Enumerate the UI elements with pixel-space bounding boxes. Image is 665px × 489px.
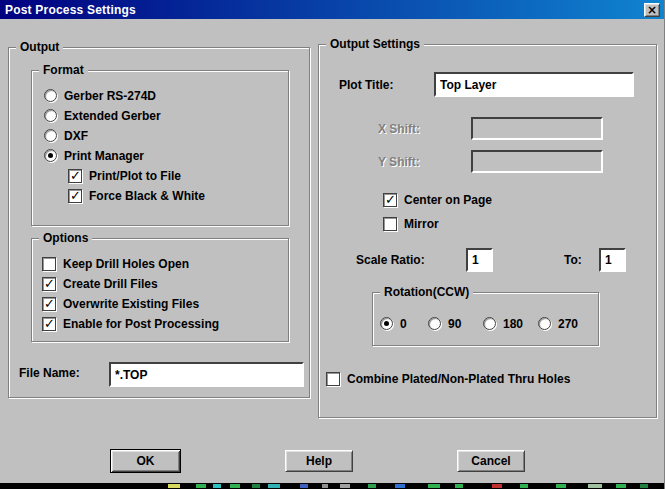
rotation-group: Rotation(CCW) 0 90 180 270 <box>372 292 599 346</box>
checkbox-label: Mirror <box>404 217 439 231</box>
radio-label: Print Manager <box>64 149 144 163</box>
plot-title-input[interactable] <box>434 72 634 97</box>
y-shift-label: Y Shift: <box>378 154 420 169</box>
window-title: Post Process Settings <box>0 3 136 17</box>
y-shift-input <box>471 150 603 173</box>
radio-label: 90 <box>448 317 461 331</box>
radio-circle-icon <box>483 317 496 330</box>
radio-circle-icon <box>44 149 57 162</box>
checkbox-label: Print/Plot to File <box>89 169 181 183</box>
radio-circle-icon <box>538 317 551 330</box>
checkbox-label: Center on Page <box>404 193 492 207</box>
output-settings-group-label: Output Settings <box>326 37 424 51</box>
x-shift-label: X Shift: <box>378 121 420 136</box>
checkbox-box-icon <box>68 169 82 183</box>
format-group: Format Gerber RS-274D Extended Gerber DX… <box>31 70 289 226</box>
ok-button[interactable]: OK <box>110 449 181 473</box>
checkbox-label: Force Black & White <box>89 189 205 203</box>
scale-ratio-label: Scale Ratio: <box>356 252 425 267</box>
scale-ratio-input-2[interactable] <box>599 248 626 272</box>
checkbox-keep-drill-holes-open[interactable]: Keep Drill Holes Open <box>42 256 189 271</box>
radio-rotation-90[interactable]: 90 <box>428 316 461 331</box>
checkbox-enable-post-processing[interactable]: Enable for Post Processing <box>42 316 219 331</box>
checkbox-box-icon <box>42 297 56 311</box>
checkbox-box-icon <box>42 257 56 271</box>
radio-gerber-rs274d[interactable]: Gerber RS-274D <box>44 88 156 103</box>
checkbox-label: Combine Plated/Non-Plated Thru Holes <box>347 372 570 386</box>
options-group-label: Options <box>39 231 92 245</box>
radio-print-manager[interactable]: Print Manager <box>44 148 144 163</box>
scale-ratio-to-label: To: <box>564 252 582 267</box>
checkbox-create-drill-files[interactable]: Create Drill Files <box>42 276 158 291</box>
format-group-label: Format <box>39 63 88 77</box>
radio-label: 0 <box>400 317 407 331</box>
title-bar: Post Process Settings <box>0 0 665 19</box>
checkbox-overwrite-existing-files[interactable]: Overwrite Existing Files <box>42 296 199 311</box>
file-name-label: File Name: <box>19 365 80 380</box>
radio-rotation-0[interactable]: 0 <box>380 316 407 331</box>
output-group-label: Output <box>16 40 63 54</box>
checkbox-box-icon <box>383 217 397 231</box>
close-icon: × <box>647 5 657 15</box>
checkbox-combine-plated[interactable]: Combine Plated/Non-Plated Thru Holes <box>326 371 570 386</box>
radio-label: 180 <box>503 317 523 331</box>
radio-label: 270 <box>558 317 578 331</box>
radio-circle-icon <box>44 129 57 142</box>
cancel-button[interactable]: Cancel <box>457 450 525 472</box>
checkbox-print-plot-to-file[interactable]: Print/Plot to File <box>68 168 181 183</box>
output-settings-group: Output Settings Plot Title: X Shift: Y S… <box>318 44 657 418</box>
radio-label: Extended Gerber <box>64 109 161 123</box>
checkbox-label: Keep Drill Holes Open <box>63 257 189 271</box>
radio-dxf[interactable]: DXF <box>44 128 88 143</box>
file-name-input[interactable] <box>109 362 304 387</box>
x-shift-input <box>471 117 603 140</box>
checkbox-box-icon <box>383 193 397 207</box>
checkbox-box-icon <box>326 372 340 386</box>
desktop-pixels <box>0 483 665 489</box>
radio-circle-icon <box>428 317 441 330</box>
checkbox-label: Overwrite Existing Files <box>63 297 199 311</box>
rotation-group-label: Rotation(CCW) <box>380 285 473 299</box>
checkbox-box-icon <box>68 189 82 203</box>
radio-label: DXF <box>64 129 88 143</box>
checkbox-force-black-white[interactable]: Force Black & White <box>68 188 205 203</box>
radio-rotation-180[interactable]: 180 <box>483 316 523 331</box>
help-button[interactable]: Help <box>285 450 353 472</box>
close-button[interactable]: × <box>644 3 660 17</box>
checkbox-mirror[interactable]: Mirror <box>383 216 439 231</box>
radio-label: Gerber RS-274D <box>64 89 156 103</box>
options-group: Options Keep Drill Holes Open Create Dri… <box>31 238 289 342</box>
checkbox-label: Enable for Post Processing <box>63 317 219 331</box>
radio-circle-icon <box>44 109 57 122</box>
radio-circle-icon <box>44 89 57 102</box>
plot-title-label: Plot Title: <box>339 77 393 92</box>
scale-ratio-input-1[interactable] <box>466 248 493 272</box>
checkbox-box-icon <box>42 277 56 291</box>
post-process-settings-dialog: Post Process Settings × Output Format Ge… <box>0 0 665 489</box>
radio-circle-icon <box>380 317 393 330</box>
checkbox-box-icon <box>42 317 56 331</box>
radio-extended-gerber[interactable]: Extended Gerber <box>44 108 161 123</box>
output-group: Output Format Gerber RS-274D Extended Ge… <box>8 47 310 398</box>
checkbox-label: Create Drill Files <box>63 277 158 291</box>
radio-rotation-270[interactable]: 270 <box>538 316 578 331</box>
checkbox-center-on-page[interactable]: Center on Page <box>383 192 492 207</box>
